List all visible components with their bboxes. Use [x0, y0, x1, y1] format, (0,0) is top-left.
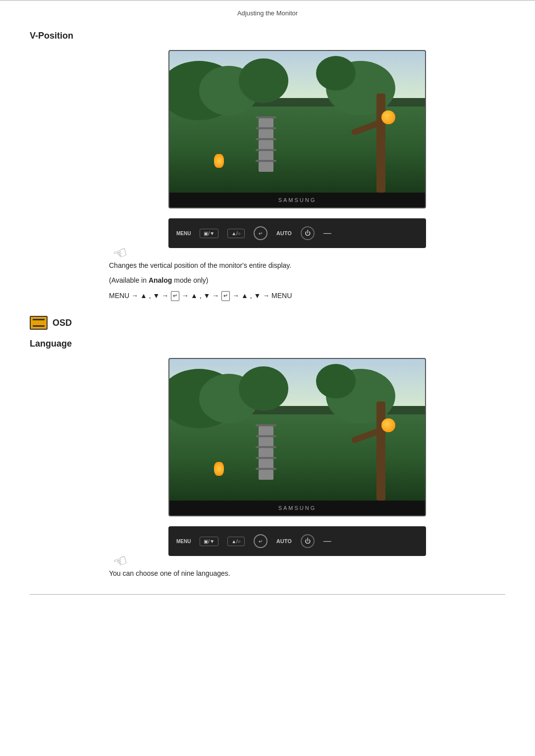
- vposition-desc-text: Changes the vertical position of the mon…: [109, 260, 505, 271]
- page-header: Adjusting the Monitor: [0, 0, 535, 22]
- osd-label: OSD: [53, 318, 72, 328]
- monitor-display-2: SAMSUNG: [168, 358, 426, 516]
- menu-label-2: MENU: [176, 539, 191, 544]
- foliage-5: [316, 56, 356, 91]
- auto-label-1[interactable]: AUTO: [276, 230, 292, 236]
- ao-button-1[interactable]: ▲/○: [227, 229, 245, 238]
- osd-icon: [30, 316, 48, 330]
- monitor-control-bar-1: MENU ▣/▼ ▲/○ ↵ AUTO ⏻ —: [168, 218, 426, 248]
- foliage-2-5: [316, 364, 356, 399]
- foliage-3: [239, 58, 288, 103]
- enter-button-1[interactable]: ↵: [254, 226, 268, 240]
- vposition-monitor-image: SAMSUNG: [89, 50, 505, 208]
- minus-button-1[interactable]: —: [323, 229, 331, 238]
- vposition-title: V-Position: [30, 31, 505, 41]
- vposition-availability: (Available in Analog mode only): [109, 275, 505, 286]
- minus-button-2[interactable]: —: [323, 537, 331, 546]
- tree-trunk-2: [376, 402, 385, 501]
- monitor-control-bar-2: MENU ▣/▼ ▲/○ ↵ AUTO ⏻ —: [168, 526, 426, 556]
- page-title: Adjusting the Monitor: [237, 9, 298, 17]
- vposition-control-bar-container: MENU ▣/▼ ▲/○ ↵ AUTO ⏻ — ☜: [89, 218, 505, 248]
- tree-trunk-1: [376, 94, 385, 193]
- language-title: Language: [30, 339, 505, 349]
- dv-button-1[interactable]: ▣/▼: [200, 229, 218, 238]
- language-desc-text: You can choose one of nine languages.: [109, 568, 505, 579]
- samsung-brand-bar-2: SAMSUNG: [169, 501, 425, 515]
- vposition-nav-instruction: MENU → ▲ , ▼ → ↵ → ▲ , ▼ → ↵ → ▲ , ▼ → M…: [109, 290, 505, 301]
- osd-section-header: OSD: [30, 316, 505, 330]
- page-footer: [30, 594, 505, 600]
- monitor-display-1: SAMSUNG: [168, 50, 426, 208]
- language-monitor-image: SAMSUNG: [89, 358, 505, 516]
- vposition-description: Changes the vertical position of the mon…: [109, 260, 505, 301]
- samsung-brand-bar-1: SAMSUNG: [169, 193, 425, 207]
- power-button-2[interactable]: ⏻: [301, 534, 315, 548]
- language-control-bar-container: MENU ▣/▼ ▲/○ ↵ AUTO ⏻ — ☜: [89, 526, 505, 556]
- ao-button-2[interactable]: ▲/○: [227, 537, 245, 546]
- menu-label-1: MENU: [176, 231, 191, 236]
- dv-button-2[interactable]: ▣/▼: [200, 537, 218, 546]
- pagoda-1: [259, 118, 273, 178]
- main-content: V-Position: [0, 31, 535, 600]
- lantern-1: [214, 154, 224, 168]
- power-button-1[interactable]: ⏻: [301, 226, 315, 240]
- auto-label-2[interactable]: AUTO: [276, 538, 292, 544]
- orange-ornament-2: [381, 418, 395, 432]
- foliage-2-3: [239, 366, 288, 411]
- language-description: You can choose one of nine languages.: [109, 568, 505, 579]
- lantern-2: [214, 462, 224, 476]
- enter-button-2[interactable]: ↵: [254, 534, 268, 548]
- pagoda-2: [259, 426, 273, 486]
- orange-ornament-1: [381, 110, 395, 124]
